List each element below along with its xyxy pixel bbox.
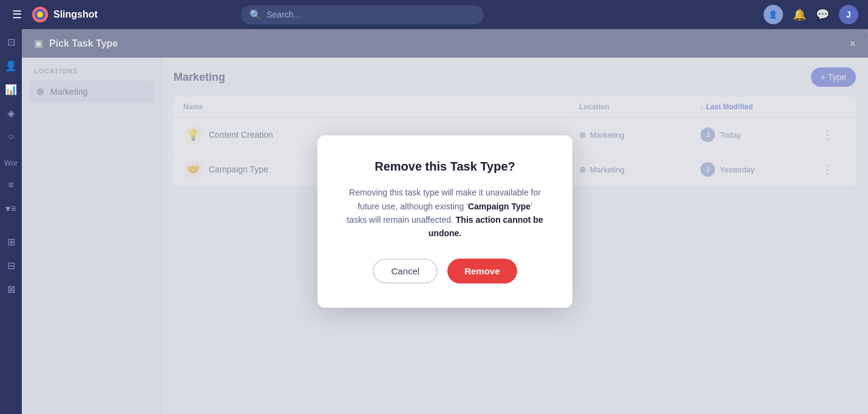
bell-icon[interactable]: 🔔 (793, 8, 806, 21)
confirm-task-type-name: 'Campaign Type' (466, 202, 532, 211)
remove-button[interactable]: Remove (447, 259, 517, 283)
confirm-body: Removing this task type will make it una… (347, 186, 543, 240)
sidebar-icon-2[interactable]: 👤 (5, 60, 17, 72)
confirm-title: Remove this Task Type? (347, 160, 543, 174)
confirm-body-text2: tasks will remain unaffected. (347, 215, 456, 225)
pick-task-modal: ▣ Pick Task Type × LOCATIONS ⊗ Marketing… (22, 29, 868, 414)
sidebar-icon-5[interactable]: ○ (8, 131, 14, 142)
search-input[interactable] (266, 10, 388, 19)
cancel-button[interactable]: Cancel (373, 259, 438, 283)
hamburger-menu[interactable]: ☰ (10, 5, 24, 24)
svg-point-2 (37, 12, 43, 18)
confirm-actions: Cancel Remove (347, 259, 543, 283)
sidebar-icon-layers[interactable]: ≡ (8, 180, 13, 191)
sidebar-icon-3[interactable]: 📊 (5, 84, 17, 95)
confirm-dialog-overlay: Remove this Task Type? Removing this tas… (22, 29, 868, 414)
sidebar-icon-stack1[interactable]: ⊞ (7, 236, 15, 248)
sidebar-icon-stack3[interactable]: ⊠ (7, 283, 15, 295)
topbar: ☰ Slingshot 🔍 👤 🔔 💬 J (0, 0, 868, 29)
search-icon: 🔍 (249, 9, 262, 21)
sidebar-icon-1[interactable]: ⊡ (7, 36, 15, 48)
left-sidebar: ⊡ 👤 📊 ◈ ○ Wor ≡ ▾≡ ⊞ ⊟ ⊠ (0, 29, 22, 414)
sidebar-icon-layers2[interactable]: ▾≡ (5, 203, 16, 214)
user-avatar[interactable]: J (839, 5, 858, 24)
sidebar-label-1: Wor (4, 159, 18, 168)
confirm-dialog: Remove this Task Type? Removing this tas… (317, 135, 572, 308)
app-logo: Slingshot (32, 6, 98, 23)
sidebar-icon-4[interactable]: ◈ (7, 107, 15, 119)
search-bar[interactable]: 🔍 (241, 5, 484, 24)
app-name: Slingshot (53, 9, 98, 20)
user-avatar-small[interactable]: 👤 (764, 5, 783, 24)
sidebar-icon-stack2[interactable]: ⊟ (7, 260, 15, 271)
logo-icon (32, 6, 49, 23)
topbar-actions: 👤 🔔 💬 J (764, 5, 858, 24)
chat-icon[interactable]: 💬 (816, 8, 829, 21)
